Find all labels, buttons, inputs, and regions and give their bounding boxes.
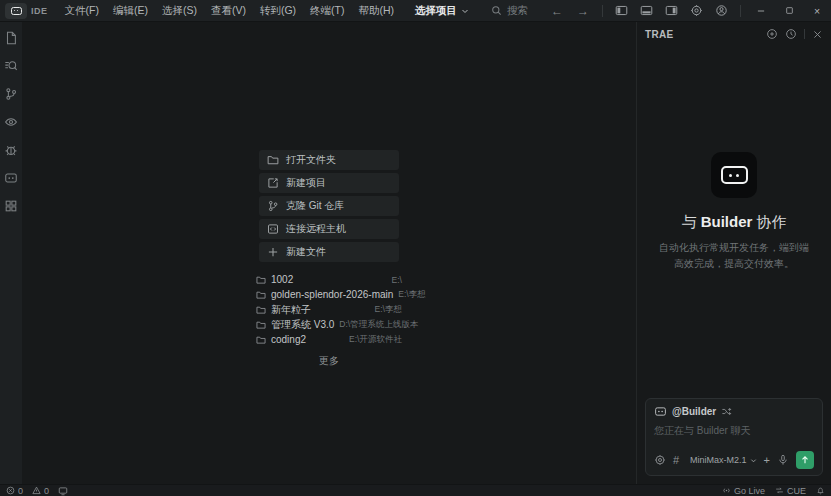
toggle-right-panel-button[interactable]	[659, 0, 684, 21]
cue-button[interactable]: CUE	[775, 486, 806, 496]
trae-logo[interactable]	[5, 3, 27, 19]
go-live-button[interactable]: Go Live	[722, 486, 765, 496]
recent-project-row[interactable]: coding2 E:\开源软件社	[256, 332, 402, 347]
folder-icon	[256, 290, 266, 300]
recent-projects-list: 1002 E:\ golden-splendor-2026-main E:\李想…	[256, 272, 402, 368]
builder-logo-icon	[711, 152, 757, 198]
warning-count: 0	[44, 486, 49, 496]
minimize-button[interactable]	[747, 0, 775, 21]
activity-bar	[0, 22, 22, 484]
account-avatar-icon[interactable]	[709, 0, 734, 21]
new-file-label: 新建文件	[286, 245, 326, 259]
project-selector[interactable]: 选择项目	[415, 4, 469, 18]
chat-settings-gear-icon[interactable]	[654, 454, 666, 466]
project-selector-label: 选择项目	[415, 4, 457, 18]
cue-label: CUE	[787, 486, 806, 496]
plus-icon	[267, 246, 279, 258]
more-recent-link[interactable]: 更多	[256, 354, 402, 368]
builder-robot-icon	[654, 405, 667, 418]
send-button[interactable]	[796, 451, 814, 469]
toggle-bottom-panel-button[interactable]	[634, 0, 659, 21]
close-panel-icon[interactable]	[812, 29, 823, 40]
run-debug-eye-icon[interactable]	[2, 113, 20, 131]
connect-remote-host-label: 连接远程主机	[286, 222, 346, 236]
problems-warnings[interactable]: 0	[32, 486, 49, 496]
title-bar: IDE 文件(F) 编辑(E) 选择(S) 查看(V) 转到(G) 终端(T) …	[0, 0, 831, 22]
toggle-left-panel-button[interactable]	[609, 0, 634, 21]
trae-logo-icon	[11, 7, 22, 15]
agent-selector[interactable]: @Builder	[654, 405, 814, 418]
search-icon	[491, 5, 502, 16]
chat-history-icon[interactable]	[785, 28, 797, 40]
recent-project-row[interactable]: golden-splendor-2026-main E:\李想	[256, 287, 402, 302]
status-bar: 0 0 Go Live CUE	[0, 484, 831, 496]
menu-terminal[interactable]: 终端(T)	[303, 2, 351, 20]
error-count: 0	[18, 486, 23, 496]
new-project-icon	[267, 177, 279, 189]
context-hash-icon[interactable]: #	[673, 454, 679, 466]
search-sidebar-icon[interactable]	[2, 57, 20, 75]
recent-project-row[interactable]: 1002 E:\	[256, 272, 402, 287]
new-chat-icon[interactable]	[766, 28, 778, 40]
broadcast-icon	[722, 486, 731, 495]
close-window-button[interactable]: ×	[803, 0, 831, 21]
new-project-label: 新建项目	[286, 176, 326, 190]
notifications-bell-icon[interactable]	[816, 486, 825, 495]
git-branch-icon	[267, 200, 279, 212]
builder-description: 自动化执行常规开发任务，端到端高效完成，提高交付效率。	[657, 240, 811, 271]
folder-icon	[256, 335, 266, 345]
open-folder-label: 打开文件夹	[286, 153, 336, 167]
settings-gear-icon[interactable]	[684, 0, 709, 21]
chat-input-placeholder[interactable]: 您正在与 Builder 聊天	[654, 424, 814, 451]
folder-icon	[267, 154, 279, 166]
search-label: 搜索	[507, 4, 528, 18]
menu-help[interactable]: 帮助(H)	[352, 2, 402, 20]
recent-project-row[interactable]: 新年粒子 E:\李想	[256, 302, 402, 317]
problems-errors[interactable]: 0	[6, 486, 23, 496]
forward-button[interactable]: →	[570, 4, 596, 18]
menu-file[interactable]: 文件(F)	[58, 2, 106, 20]
folder-icon	[256, 305, 266, 315]
clone-git-repo-button[interactable]: 克隆 Git 仓库	[259, 196, 399, 216]
remote-host-icon	[267, 223, 279, 235]
feedback-monitor-icon[interactable]	[58, 486, 68, 496]
menu-view[interactable]: 查看(V)	[204, 2, 253, 20]
back-button[interactable]: ←	[544, 4, 570, 18]
titlebar-right: ← → ×	[544, 0, 831, 21]
switch-agent-icon[interactable]	[721, 406, 732, 417]
chat-input-box[interactable]: @Builder 您正在与 Builder 聊天 # MiniMax-M2.1 …	[645, 398, 823, 476]
recent-project-row[interactable]: 管理系统 V3.0 D:\管理系统上线版本	[256, 317, 402, 332]
new-project-button[interactable]: 新建项目	[259, 173, 399, 193]
model-name: MiniMax-M2.1	[690, 455, 747, 465]
trae-ai-panel: TRAE 与 Builder 协作 自动化执行常规开发任务，端到端高效完成，提高…	[636, 22, 831, 484]
open-folder-button[interactable]: 打开文件夹	[259, 150, 399, 170]
welcome-page: 打开文件夹 新建项目 克隆 Git 仓库 连接远程主机	[22, 22, 636, 484]
ai-panel-header: TRAE	[637, 22, 831, 46]
chat-toolbar: # MiniMax-M2.1 +	[654, 451, 814, 469]
go-live-label: Go Live	[734, 486, 765, 496]
global-search[interactable]: 搜索	[491, 4, 528, 18]
explorer-icon[interactable]	[2, 29, 20, 47]
maximize-button[interactable]	[775, 0, 803, 21]
cue-icon	[775, 486, 784, 495]
folder-icon	[256, 320, 266, 330]
connect-remote-host-button[interactable]: 连接远程主机	[259, 219, 399, 239]
source-control-icon[interactable]	[2, 85, 20, 103]
new-file-button[interactable]: 新建文件	[259, 242, 399, 262]
add-attachment-icon[interactable]: +	[764, 454, 770, 466]
builder-agent-icon[interactable]	[2, 169, 20, 187]
warning-icon	[32, 486, 41, 495]
chevron-down-icon	[461, 7, 469, 15]
menu-selection[interactable]: 选择(S)	[155, 2, 204, 20]
clone-git-repo-label: 克隆 Git 仓库	[286, 199, 344, 213]
menu-goto[interactable]: 转到(G)	[253, 2, 303, 20]
ai-panel-title: TRAE	[645, 29, 673, 40]
error-icon	[6, 486, 15, 495]
menu-edit[interactable]: 编辑(E)	[106, 2, 155, 20]
app-badge: IDE	[31, 6, 48, 16]
model-selector[interactable]: MiniMax-M2.1	[690, 455, 757, 465]
extensions-icon[interactable]	[2, 197, 20, 215]
folder-icon	[256, 275, 266, 285]
debug-bug-icon[interactable]	[2, 141, 20, 159]
microphone-icon[interactable]	[777, 454, 789, 466]
